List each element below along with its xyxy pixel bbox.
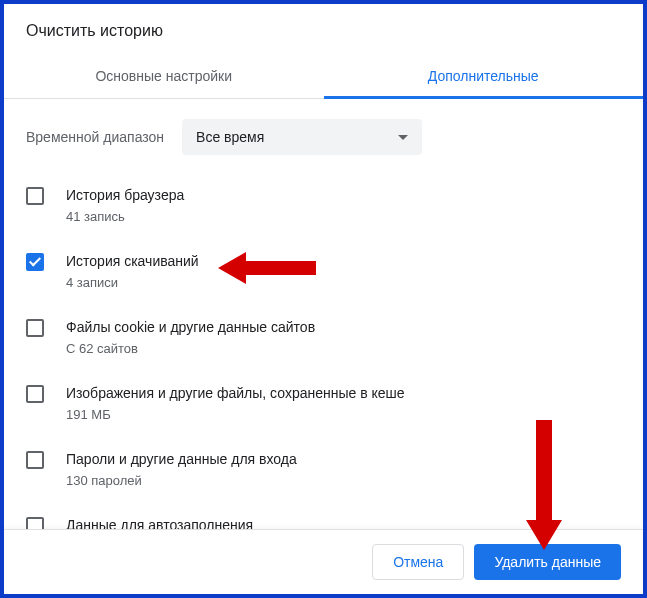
options-scroll-area[interactable]: Временной диапазон Все время История бра… (4, 99, 643, 529)
option-title: Пароли и другие данные для входа (66, 449, 621, 469)
option-download-history: История скачиваний 4 записи (26, 239, 621, 305)
option-cache: Изображения и другие файлы, сохраненные … (26, 371, 621, 437)
option-cookies: Файлы cookie и другие данные сайтов С 62… (26, 305, 621, 371)
tab-basic[interactable]: Основные настройки (4, 56, 324, 98)
clear-history-dialog: Очистить историю Основные настройки Допо… (0, 0, 647, 598)
option-subtitle: 191 МБ (66, 405, 621, 425)
option-browser-history: История браузера 41 запись (26, 173, 621, 239)
checkbox-browser-history[interactable] (26, 187, 44, 205)
option-subtitle: 4 записи (66, 273, 621, 293)
option-title: История браузера (66, 185, 621, 205)
option-passwords: Пароли и другие данные для входа 130 пар… (26, 437, 621, 503)
option-subtitle: 41 запись (66, 207, 621, 227)
time-range-select[interactable]: Все время (182, 119, 422, 155)
checkbox-cookies[interactable] (26, 319, 44, 337)
option-subtitle: 130 паролей (66, 471, 621, 491)
checkbox-cache[interactable] (26, 385, 44, 403)
tabs: Основные настройки Дополнительные (4, 56, 643, 99)
option-title: Файлы cookie и другие данные сайтов (66, 317, 621, 337)
checkbox-autofill[interactable] (26, 517, 44, 529)
tab-advanced[interactable]: Дополнительные (324, 56, 644, 98)
checkbox-download-history[interactable] (26, 253, 44, 271)
option-title: Изображения и другие файлы, сохраненные … (66, 383, 621, 403)
time-range-row: Временной диапазон Все время (26, 99, 621, 173)
time-range-label: Временной диапазон (26, 129, 164, 145)
chevron-down-icon (398, 135, 408, 140)
dialog-footer: Отмена Удалить данные (4, 529, 643, 594)
option-title: Данные для автозаполнения (66, 515, 621, 529)
option-title: История скачиваний (66, 251, 621, 271)
checkbox-passwords[interactable] (26, 451, 44, 469)
option-subtitle: С 62 сайтов (66, 339, 621, 359)
time-range-value: Все время (196, 129, 264, 145)
option-autofill: Данные для автозаполнения (26, 503, 621, 529)
delete-data-button[interactable]: Удалить данные (474, 544, 621, 580)
dialog-title: Очистить историю (4, 4, 643, 56)
cancel-button[interactable]: Отмена (372, 544, 464, 580)
